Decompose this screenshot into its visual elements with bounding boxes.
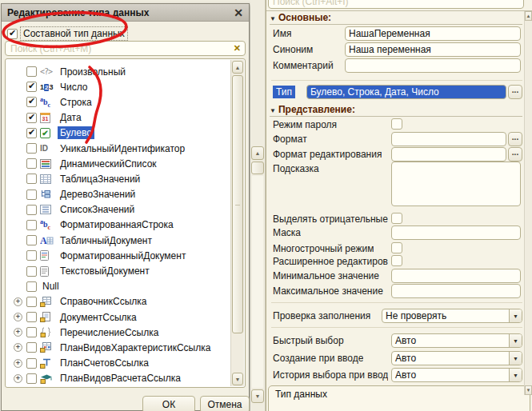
tree-item-checkbox[interactable]	[26, 174, 37, 184]
type-field[interactable]: Булево, Строка, Дата, Число	[306, 85, 506, 99]
expand-plus-icon[interactable]: +	[14, 359, 22, 368]
tree-item[interactable]: ТаблицаЗначений	[6, 171, 245, 186]
tree-item-checkbox[interactable]	[26, 250, 37, 261]
chart-accounts-ref-icon	[40, 357, 55, 369]
tree-item[interactable]: +ПланВидовРасчетаСсылка	[6, 371, 245, 386]
tree-item-checkbox[interactable]	[26, 281, 37, 292]
tree-item-checkbox[interactable]	[26, 66, 37, 77]
document-ref-icon	[40, 311, 55, 323]
tree-scrollbar[interactable]	[230, 60, 244, 386]
scroll-down-icon[interactable]	[525, 385, 532, 395]
max-value-field[interactable]	[391, 284, 521, 298]
expand-plus-icon[interactable]: +	[14, 343, 22, 352]
tree-item-checkbox[interactable]	[26, 82, 37, 92]
dialog-search-input[interactable]	[9, 42, 233, 55]
close-icon[interactable]: ✕	[231, 6, 246, 20]
tree-item[interactable]: AТабличныйДокумент	[6, 233, 245, 248]
panel-search-input[interactable]	[271, 0, 521, 8]
edit-format-field[interactable]	[391, 147, 506, 162]
tree-item-checkbox[interactable]	[26, 128, 37, 138]
tree-item-checkbox[interactable]	[26, 190, 37, 200]
dialog-titlebar[interactable]: Редактирование типа данных ✕	[2, 4, 249, 22]
ok-button[interactable]: ОК	[142, 396, 195, 411]
create-on-input-combo[interactable]: Авто	[391, 351, 522, 365]
tree-item-checkbox[interactable]	[26, 266, 37, 277]
tree-item[interactable]: Null	[6, 279, 245, 294]
tooltip-area[interactable]	[391, 162, 521, 206]
tree-item-checkbox[interactable]	[26, 158, 37, 169]
tree-item[interactable]: IDУникальныйИдентификатор	[6, 141, 245, 156]
tree-scrollbar-thumb[interactable]	[232, 75, 243, 333]
format-ellipsis-button[interactable]: ...	[508, 132, 522, 146]
edit-format-ellipsis-button[interactable]: ...	[508, 147, 522, 162]
name-field[interactable]	[345, 26, 521, 41]
tree-item[interactable]: +ДокументСсылка	[6, 309, 245, 325]
tree-item[interactable]: СписокЗначений	[6, 202, 245, 217]
choice-history-combo[interactable]: Авто	[391, 368, 522, 382]
tree-item-checkbox[interactable]	[26, 297, 37, 307]
tree-item[interactable]: +ПеречислениеСсылка	[6, 325, 245, 340]
mask-field[interactable]	[391, 225, 521, 240]
tree-item-checkbox[interactable]	[26, 235, 37, 245]
dropdown-arrow-icon[interactable]	[509, 369, 522, 381]
collapse-triangle-icon[interactable]: ▼	[270, 15, 276, 22]
tree-item-checkbox[interactable]	[26, 113, 37, 123]
tree-item[interactable]: ✔Булево	[6, 126, 245, 141]
format-field[interactable]	[391, 132, 506, 146]
tree-item[interactable]: +ПланВидовХарактеристикСсылка	[6, 340, 245, 355]
tree-item[interactable]: 31Дата	[6, 110, 245, 126]
tree-item-checkbox[interactable]	[26, 342, 37, 353]
tree-item[interactable]: 123Число	[6, 79, 245, 94]
scroll-up-icon[interactable]	[525, 11, 532, 21]
composite-type-label: Составной тип данных	[21, 27, 127, 40]
panel-scrollbar[interactable]	[524, 11, 532, 395]
min-value-field[interactable]	[391, 269, 521, 283]
scrollbar-thumb[interactable]	[251, 162, 264, 174]
expand-plus-icon[interactable]: +	[14, 313, 22, 321]
tree-item[interactable]: ФорматированныйДокумент	[6, 248, 245, 263]
tree-item[interactable]: ТекстовыйДокумент	[6, 263, 245, 278]
expand-plus-icon[interactable]: +	[14, 297, 22, 306]
tree-item[interactable]: <?>Произвольный	[6, 64, 245, 79]
type-ellipsis-button[interactable]: ...	[508, 85, 522, 99]
tree-item[interactable]: abcФорматированнаяСтрока	[6, 217, 245, 233]
scroll-up-icon[interactable]	[251, 146, 264, 160]
cancel-button[interactable]: Отмена	[200, 396, 250, 411]
tree-item[interactable]: +ПланСчетовСсылка	[6, 356, 245, 371]
password-mode-checkbox[interactable]	[391, 118, 402, 130]
comment-field[interactable]	[345, 58, 521, 73]
tree-item-checkbox[interactable]	[26, 97, 37, 107]
section-presentation[interactable]: ▼Представление:	[270, 104, 522, 117]
highlight-negative-checkbox[interactable]	[391, 213, 402, 224]
dropdown-arrow-icon[interactable]	[509, 334, 522, 347]
scroll-up-icon[interactable]	[232, 61, 243, 74]
dropdown-arrow-icon[interactable]	[509, 352, 522, 365]
tree-item[interactable]: abcСтрока	[6, 94, 245, 110]
expand-plus-icon[interactable]: +	[14, 328, 22, 337]
tree-item[interactable]: ДеревоЗначений	[6, 187, 245, 202]
tree-item-checkbox[interactable]	[26, 358, 37, 369]
section-basic[interactable]: ▼Основные:	[270, 12, 522, 25]
fill-check-combo[interactable]: Не проверять	[382, 309, 522, 323]
tree-item[interactable]: ДинамическийСписок	[6, 156, 245, 171]
clear-search-icon[interactable]: ✕	[516, 0, 523, 2]
tree-item-checkbox[interactable]	[26, 373, 37, 384]
tree-item-checkbox[interactable]	[26, 143, 37, 154]
synonym-field[interactable]	[345, 42, 521, 57]
scroll-down-icon[interactable]	[232, 373, 243, 385]
collapse-triangle-icon[interactable]: ▼	[270, 107, 276, 114]
scroll-down-icon[interactable]	[251, 389, 264, 403]
expand-plus-icon[interactable]: +	[14, 374, 22, 383]
tree-item-checkbox[interactable]	[26, 327, 37, 337]
tree-item-checkbox[interactable]	[26, 312, 37, 322]
composite-type-row[interactable]: Составной тип данных	[7, 27, 127, 40]
quick-choice-combo[interactable]: Авто	[391, 333, 522, 348]
tree-item-checkbox[interactable]	[26, 220, 37, 230]
extended-edit-checkbox[interactable]	[391, 255, 402, 266]
dropdown-arrow-icon[interactable]	[509, 309, 522, 322]
tree-item[interactable]: +СправочникСсылка	[6, 294, 245, 309]
clear-search-icon[interactable]: ✕	[233, 43, 242, 54]
tree-item-checkbox[interactable]	[26, 205, 37, 215]
composite-type-checkbox[interactable]	[7, 29, 18, 39]
multiline-checkbox[interactable]	[391, 242, 402, 253]
